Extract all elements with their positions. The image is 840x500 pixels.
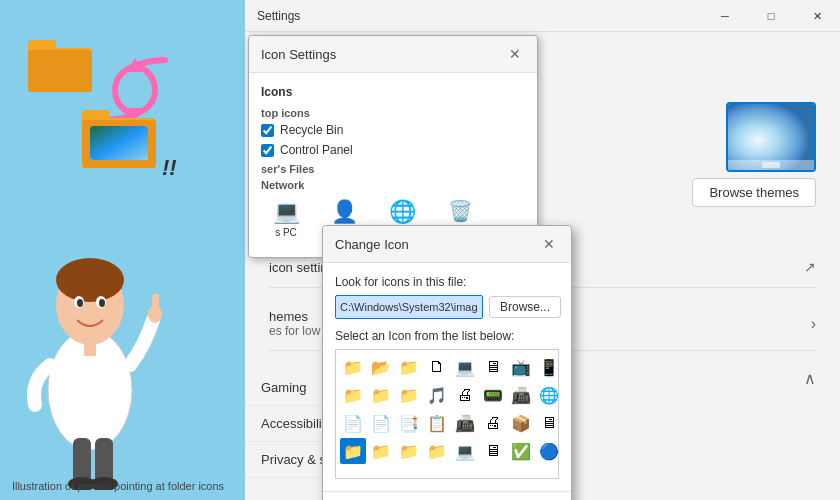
icon-cell-7[interactable]: 📱	[536, 354, 559, 380]
admin-icon: 👤	[331, 199, 358, 225]
icon-settings-dialog-title: Icon Settings	[261, 47, 336, 62]
control-panel-checkbox[interactable]	[261, 144, 274, 157]
chevron-up-icon: ∧	[804, 369, 816, 388]
control-panel-checkbox-row[interactable]: Control Panel	[261, 143, 525, 157]
recycle-bin-checkbox-row[interactable]: Recycle Bin	[261, 123, 525, 137]
illustration-caption: Illustration of person pointing at folde…	[8, 480, 228, 492]
maximize-button[interactable]: □	[748, 0, 794, 32]
recycle-icon: 🗑️	[448, 199, 473, 223]
icon-cell-19[interactable]: 📋	[424, 410, 450, 436]
icon-cell-6[interactable]: 📺	[508, 354, 534, 380]
desktop-icon-pc[interactable]: 💻 s PC	[261, 199, 311, 245]
icon-cell-5[interactable]: 🖥	[480, 354, 506, 380]
icon-cell-9[interactable]: 📁	[368, 382, 394, 408]
path-row: Browse...	[335, 295, 559, 319]
desktop-icons-section-title: Icons	[261, 85, 525, 99]
icon-cell-31[interactable]: 🔵	[536, 438, 559, 464]
svg-rect-9	[90, 126, 148, 160]
icon-cell-11[interactable]: 🎵	[424, 382, 450, 408]
external-link-icon: ↗	[804, 259, 816, 275]
svg-point-12	[56, 258, 124, 302]
icon-settings-dialog-header: Icon Settings ✕	[249, 36, 537, 73]
left-illustration-panel: !! Illustration of person pointing at fo…	[0, 0, 245, 500]
change-icon-dialog-header: Change Icon ✕	[323, 226, 571, 263]
icon-cell-8[interactable]: 📁	[340, 382, 366, 408]
icon-cell-26[interactable]: 📁	[396, 438, 422, 464]
icon-cell-25[interactable]: 📁	[368, 438, 394, 464]
change-icon-dialog-body: Look for icons in this file: Browse... S…	[323, 263, 571, 491]
svg-point-16	[99, 299, 105, 307]
icons-area[interactable]: 📁 📂 📁 🗋 💻 🖥 📺 📱 📁 📁 📁 🎵 🖨 📟 📠 🌐 📄	[335, 349, 559, 479]
settings-header: Settings ─ □ ✕	[245, 0, 840, 32]
network-label: Network	[261, 179, 525, 191]
svg-rect-2	[28, 50, 92, 92]
icon-settings-close-button[interactable]: ✕	[505, 44, 525, 64]
change-icon-dialog: Change Icon ✕ Look for icons in this fil…	[322, 225, 572, 500]
icon-cell-24[interactable]: 📁	[340, 438, 366, 464]
ci-browse-button[interactable]: Browse...	[489, 296, 561, 318]
icon-cell-4[interactable]: 💻	[452, 354, 478, 380]
pc-icon: 💻	[273, 199, 300, 225]
close-button[interactable]: ✕	[794, 0, 840, 32]
theme-preview	[726, 102, 816, 172]
icons-grid: 📁 📂 📁 🗋 💻 🖥 📺 📱 📁 📁 📁 🎵 🖨 📟 📠 🌐 📄	[340, 354, 554, 464]
pc-icon-label: s PC	[275, 227, 297, 238]
icon-cell-21[interactable]: 🖨	[480, 410, 506, 436]
control-panel-label: Control Panel	[280, 143, 353, 157]
change-icon-dialog-title: Change Icon	[335, 237, 409, 252]
icon-cell-2[interactable]: 📁	[396, 354, 422, 380]
icon-cell-16[interactable]: 📄	[340, 410, 366, 436]
icon-cell-1[interactable]: 📂	[368, 354, 394, 380]
svg-rect-19	[152, 294, 159, 316]
icon-cell-20[interactable]: 📠	[452, 410, 478, 436]
select-icon-label: Select an Icon from the list below:	[335, 329, 559, 343]
icon-cell-23[interactable]: 🖥	[536, 410, 559, 436]
user-files-label: ser's Files	[261, 163, 525, 175]
svg-rect-21	[95, 438, 113, 483]
character-illustration	[5, 190, 185, 490]
network-icon: 🌐	[389, 199, 416, 225]
icon-cell-13[interactable]: 📟	[480, 382, 506, 408]
svg-point-15	[77, 299, 83, 307]
svg-rect-20	[73, 438, 91, 483]
change-icon-footer: OK Cancel	[323, 491, 571, 500]
icon-cell-28[interactable]: 💻	[452, 438, 478, 464]
change-icon-close-button[interactable]: ✕	[539, 234, 559, 254]
window-controls: ─ □ ✕	[702, 0, 840, 32]
recycle-bin-checkbox[interactable]	[261, 124, 274, 137]
icon-cell-27[interactable]: 📁	[424, 438, 450, 464]
icon-cell-30[interactable]: ✅	[508, 438, 534, 464]
path-label: Look for icons in this file:	[335, 275, 559, 289]
exclamation-marks: !!	[162, 155, 177, 181]
svg-rect-17	[84, 340, 96, 356]
browse-themes-button[interactable]: Browse themes	[692, 178, 816, 207]
chevron-right-icon: ›	[811, 315, 816, 333]
icon-cell-3[interactable]: 🗋	[424, 354, 450, 380]
icon-cell-29[interactable]: 🖥	[480, 438, 506, 464]
icon-cell-17[interactable]: 📄	[368, 410, 394, 436]
settings-window-title: Settings	[257, 9, 300, 23]
icon-cell-10[interactable]: 📁	[396, 382, 422, 408]
icon-cell-22[interactable]: 📦	[508, 410, 534, 436]
icon-cell-15[interactable]: 🌐	[536, 382, 559, 408]
minimize-button[interactable]: ─	[702, 0, 748, 32]
icon-cell-14[interactable]: 📠	[508, 382, 534, 408]
recycle-bin-label: Recycle Bin	[280, 123, 343, 137]
icon-cell-18[interactable]: 📑	[396, 410, 422, 436]
theme-preview-image	[728, 104, 814, 170]
folder-top-icon	[28, 38, 96, 97]
folder-image-icon	[82, 108, 160, 173]
path-input[interactable]	[335, 295, 483, 319]
desktop-icon-types-label: top icons	[261, 107, 525, 119]
icon-cell-12[interactable]: 🖨	[452, 382, 478, 408]
icon-cell-0[interactable]: 📁	[340, 354, 366, 380]
svg-rect-26	[762, 162, 780, 168]
